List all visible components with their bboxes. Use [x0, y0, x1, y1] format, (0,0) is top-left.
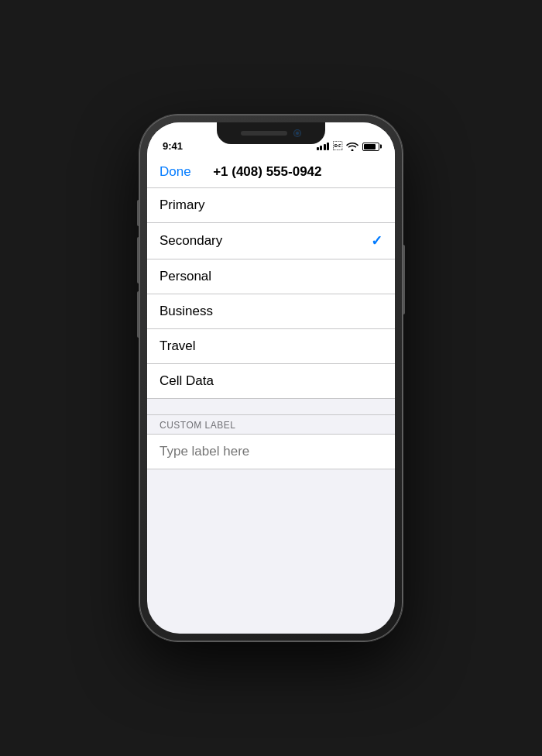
- mute-button[interactable]: [137, 200, 139, 226]
- navigation-bar: Done +1 (408) 555-0942: [147, 156, 395, 188]
- front-camera: [293, 129, 301, 137]
- custom-label-section: CUSTOM LABEL: [147, 414, 395, 469]
- power-button[interactable]: [403, 245, 405, 314]
- battery-icon: [362, 143, 379, 151]
- done-button[interactable]: Done: [160, 164, 191, 180]
- list-item-secondary[interactable]: Secondary ✓: [147, 223, 395, 259]
- volume-up-button[interactable]: [137, 237, 139, 284]
- list-item-label-secondary: Secondary: [160, 233, 222, 249]
- list-item-label-primary: Primary: [160, 198, 205, 213]
- battery-fill: [364, 144, 376, 149]
- checkmark-icon: ✓: [371, 232, 382, 249]
- list-item-label-business: Business: [160, 304, 213, 319]
- speaker: [241, 131, 287, 136]
- volume-down-button[interactable]: [137, 291, 139, 338]
- nav-title: +1 (408) 555-0942: [213, 164, 321, 180]
- list-item-label-travel: Travel: [160, 338, 196, 354]
- status-icons: ︎: [317, 141, 380, 152]
- custom-label-header: CUSTOM LABEL: [147, 415, 395, 435]
- custom-label-input[interactable]: [147, 435, 395, 469]
- list-item-cell-data[interactable]: Cell Data: [147, 364, 395, 399]
- signal-icon: [317, 143, 330, 150]
- list-item-label-personal: Personal: [160, 269, 211, 284]
- phone-frame: 9:41 ︎ Done +1 (408) 555-0942: [139, 115, 403, 641]
- wifi-icon: [346, 142, 358, 151]
- wifi-icon: ︎: [333, 141, 342, 152]
- label-options-list: Primary Secondary ✓ Personal Business Tr…: [147, 188, 395, 399]
- list-item-business[interactable]: Business: [147, 294, 395, 329]
- list-item-travel[interactable]: Travel: [147, 329, 395, 364]
- status-bar: 9:41 ︎: [147, 122, 395, 156]
- phone-screen: 9:41 ︎ Done +1 (408) 555-0942: [147, 122, 395, 634]
- notch: [217, 122, 325, 144]
- list-item-personal[interactable]: Personal: [147, 259, 395, 294]
- list-item-primary[interactable]: Primary: [147, 188, 395, 223]
- list-item-label-cell-data: Cell Data: [160, 373, 214, 389]
